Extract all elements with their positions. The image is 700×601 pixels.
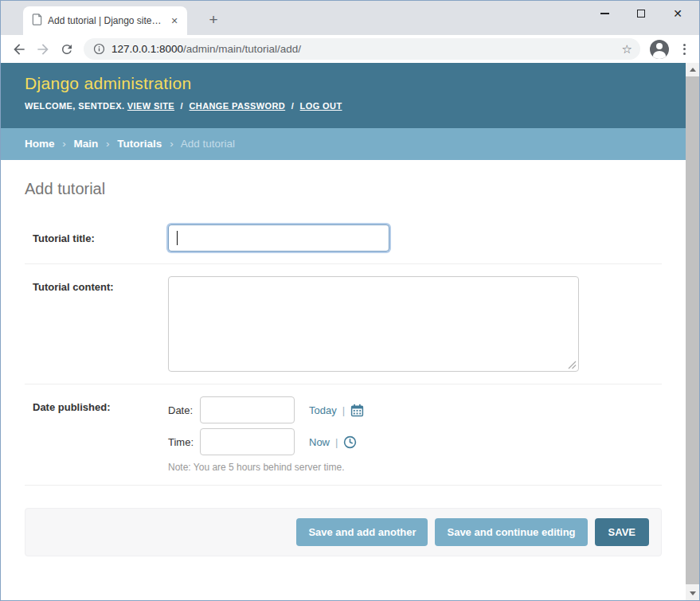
breadcrumb-separator: › xyxy=(62,138,66,150)
arrow-left-icon xyxy=(11,41,27,57)
window-maximize-button[interactable] xyxy=(623,1,659,26)
calendar-icon[interactable] xyxy=(350,404,364,417)
time-sublabel: Time: xyxy=(168,436,200,448)
time-input[interactable] xyxy=(200,428,295,455)
reload-button[interactable] xyxy=(55,37,79,61)
web-content: Django administration WELCOME, SENTDEX. … xyxy=(1,63,699,600)
breadcrumb-current: Add tutorial xyxy=(181,138,235,150)
user-tools: WELCOME, SENTDEX. VIEW SITE / CHANGE PAS… xyxy=(25,101,662,111)
clock-icon[interactable] xyxy=(343,435,357,449)
page-scrollbar[interactable] xyxy=(686,63,699,600)
form-row-title: Tutorial title: xyxy=(25,213,662,264)
breadcrumb-separator: › xyxy=(170,138,174,150)
window-controls: ✕ xyxy=(586,1,696,26)
url-bar[interactable]: 127.0.0.1:8000/admin/main/tutorial/add/ … xyxy=(84,38,640,60)
date-sublabel: Date: xyxy=(168,404,200,416)
minimize-icon xyxy=(600,13,609,14)
window-close-button[interactable]: ✕ xyxy=(659,1,696,26)
admin-header: Django administration WELCOME, SENTDEX. … xyxy=(1,63,686,128)
date-input[interactable] xyxy=(200,396,295,423)
tutorial-content-label: Tutorial content: xyxy=(33,276,168,372)
tools-separator: / xyxy=(181,101,183,111)
tab-close-icon[interactable]: ✕ xyxy=(168,14,181,27)
save-and-continue-button[interactable]: Save and continue editing xyxy=(435,518,587,546)
datetime-group: Date: Today | xyxy=(168,396,364,473)
browser-toolbar: 127.0.0.1:8000/admin/main/tutorial/add/ … xyxy=(1,35,699,63)
breadcrumb-home[interactable]: Home xyxy=(25,138,55,150)
page-favicon-icon xyxy=(31,13,43,29)
bookmark-star-icon[interactable]: ☆ xyxy=(622,42,632,57)
pipe-separator: | xyxy=(335,436,338,448)
browser-window: Add tutorial | Django site admin ✕ + ✕ xyxy=(0,0,700,601)
tools-separator: / xyxy=(291,101,294,111)
view-site-link[interactable]: VIEW SITE xyxy=(127,101,174,111)
scrollbar-up-arrow[interactable] xyxy=(686,63,699,76)
url-path: /admin/main/tutorial/add/ xyxy=(183,43,301,55)
save-and-add-another-button[interactable]: Save and add another xyxy=(296,518,428,546)
reload-icon xyxy=(60,42,74,57)
tab-title: Add tutorial | Django site admin xyxy=(48,15,163,26)
url-host: 127.0.0.1:8000 xyxy=(111,43,183,55)
form-row-date-published: Date published: Date: Today | xyxy=(25,384,662,486)
page-title: Add tutorial xyxy=(25,180,662,198)
tutorial-content-textarea[interactable] xyxy=(168,276,579,372)
site-info-icon[interactable] xyxy=(93,43,105,55)
breadcrumb-separator: › xyxy=(106,138,110,150)
time-line: Time: Now | xyxy=(168,428,364,455)
window-minimize-button[interactable] xyxy=(586,1,623,26)
now-link[interactable]: Now xyxy=(309,436,330,448)
timezone-note: Note: You are 5 hours behind server time… xyxy=(168,462,364,473)
arrow-right-icon xyxy=(35,41,51,57)
breadcrumb-tutorials[interactable]: Tutorials xyxy=(117,138,162,150)
maximize-icon xyxy=(637,10,645,18)
welcome-text: WELCOME, xyxy=(25,101,76,111)
tutorial-title-label: Tutorial title: xyxy=(33,232,168,244)
log-out-link[interactable]: LOG OUT xyxy=(300,101,342,111)
form-row-content: Tutorial content: xyxy=(25,264,662,384)
main-content: Add tutorial Tutorial title: Tutorial co… xyxy=(1,180,686,556)
profile-avatar[interactable] xyxy=(650,40,669,59)
tutorial-title-input[interactable] xyxy=(168,224,389,252)
scrollbar-thumb[interactable] xyxy=(686,76,699,584)
tutorial-form: Tutorial title: Tutorial content: xyxy=(25,213,662,556)
scrollbar-down-arrow[interactable] xyxy=(686,587,699,600)
date-line: Date: Today | xyxy=(168,396,364,423)
save-button[interactable]: SAVE xyxy=(595,518,649,546)
username: SENTDEX. xyxy=(78,101,124,111)
today-link[interactable]: Today xyxy=(309,404,337,416)
url-text: 127.0.0.1:8000/admin/main/tutorial/add/ xyxy=(111,43,616,55)
back-button[interactable] xyxy=(7,37,31,61)
tab-strip: Add tutorial | Django site admin ✕ + ✕ xyxy=(1,1,699,35)
breadcrumb-main[interactable]: Main xyxy=(74,138,99,150)
new-tab-button[interactable]: + xyxy=(203,10,224,30)
breadcrumb: Home › Main › Tutorials › Add tutorial xyxy=(1,128,686,160)
browser-tab[interactable]: Add tutorial | Django site admin ✕ xyxy=(23,6,187,35)
submit-row: Save and add another Save and continue e… xyxy=(25,508,662,556)
browser-menu-icon[interactable] xyxy=(677,44,691,55)
resize-grip-icon[interactable] xyxy=(568,361,577,369)
site-branding[interactable]: Django administration xyxy=(25,74,662,93)
date-published-label: Date published: xyxy=(33,396,168,473)
close-icon: ✕ xyxy=(673,8,682,19)
forward-button[interactable] xyxy=(31,37,55,61)
pipe-separator: | xyxy=(342,404,345,416)
change-password-link[interactable]: CHANGE PASSWORD xyxy=(189,101,285,111)
